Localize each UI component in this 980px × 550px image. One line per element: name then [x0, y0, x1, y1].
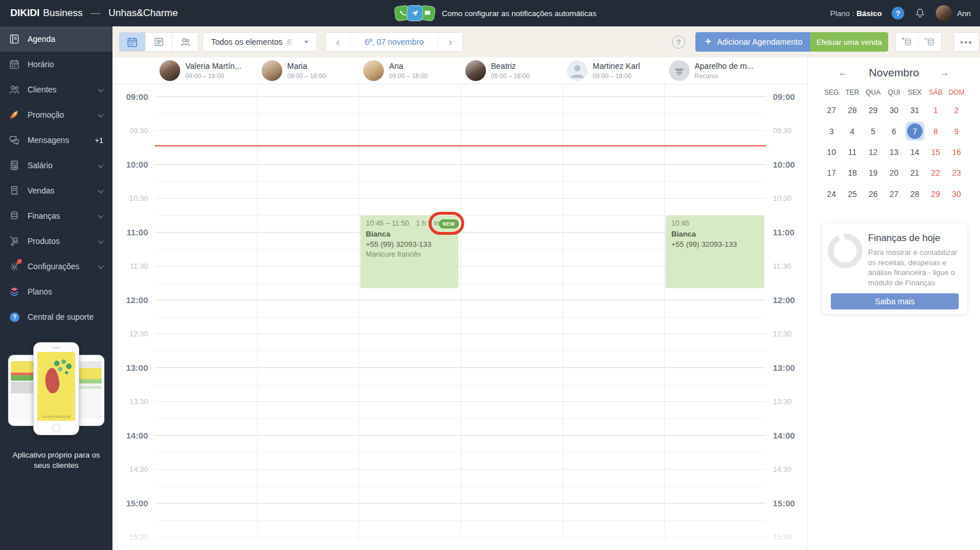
calendar-day-1[interactable]: 1 [925, 100, 946, 121]
time-label-left: 11:00 [112, 227, 148, 237]
time-label-right: 12:00 [773, 295, 795, 305]
calendar-week-row: 272829303112 [821, 100, 967, 121]
staff-avatar [567, 60, 588, 81]
calendar-day-5[interactable]: 5 [863, 121, 884, 141]
calendar-day-24[interactable]: 24 [821, 184, 842, 204]
current-date-button[interactable]: 6ª, 07 novembro [351, 33, 438, 51]
calendar-day-29[interactable]: 29 [925, 184, 946, 204]
service-name: Manicure francês [366, 250, 453, 258]
calendar-day-23[interactable]: 23 [946, 162, 967, 183]
time-label-right: 11:30 [773, 262, 791, 270]
sidebar-item-promocao[interactable]: Promoção [0, 102, 112, 127]
staff-column-header-ana[interactable]: Ana09:00 – 18:00 [359, 57, 461, 84]
time-label-right: 13:00 [773, 363, 795, 373]
prev-month-arrow-icon[interactable]: ← [838, 67, 848, 79]
prev-day-button[interactable]: ‹ [326, 33, 351, 51]
calendar-day-11[interactable]: 11 [842, 142, 862, 162]
sidebar-item-vendas[interactable]: Vendas [0, 178, 112, 203]
time-label-right: 09:00 [773, 92, 795, 102]
calendar-day-31[interactable]: 31 [904, 100, 925, 121]
next-day-button[interactable]: › [438, 33, 462, 51]
calendar-day-3[interactable]: 3 [821, 121, 842, 141]
time-label-right: 12:30 [773, 330, 792, 338]
calendar-day-12[interactable]: 12 [863, 142, 884, 162]
sidebar-item-salario[interactable]: Salário [0, 153, 112, 178]
calendar-day-16[interactable]: 16 [946, 142, 967, 162]
calendar-day-30[interactable]: 30 [884, 100, 904, 121]
list-view-button[interactable] [146, 33, 172, 51]
appointment-bianca-10:45[interactable]: 10:45Bianca+55 (99) 32093-133 [666, 215, 764, 289]
calendar-day-4[interactable]: 4 [842, 121, 862, 141]
agenda-help-icon[interactable]: ? [672, 36, 685, 49]
appointment-bianca-10:45[interactable]: 10:45 – 11:501 h 5 mBianca+55 (99) 32093… [360, 215, 459, 289]
calendar-day-28[interactable]: 28 [842, 100, 862, 121]
elements-filter-dropdown[interactable]: Todos os elementos 6 [203, 32, 317, 52]
plans-icon [8, 285, 21, 298]
sidebar-item-configuracoes[interactable]: Configurações [0, 254, 112, 279]
calendar-day-6[interactable]: 6 [884, 121, 904, 141]
sidebar-item-clientes[interactable]: Clientes [0, 77, 112, 102]
staff-column-header-beatriz[interactable]: Beatriz09:00 – 18:00 [461, 57, 563, 84]
time-label-left: 12:00 [112, 295, 148, 305]
schedule-grid[interactable]: 09:0009:0009:3009:3010:0010:0010:3010:30… [112, 84, 807, 550]
calendar-day-26[interactable]: 26 [863, 184, 884, 204]
next-month-arrow-icon[interactable]: → [940, 67, 950, 79]
calendar-day-30[interactable]: 30 [946, 184, 967, 204]
sidebar-item-financas[interactable]: Finanças [0, 203, 112, 228]
sidebar-item-horario[interactable]: Horário [0, 52, 112, 77]
sidebar-item-produtos[interactable]: Produtos [0, 228, 112, 254]
notification-banner-link[interactable]: Como configurar as notificações automáti… [395, 0, 596, 26]
right-panel: ← Novembro → SEGTERQUAQUISEXSÁBDOM 27282… [807, 57, 980, 550]
user-name: Ann [957, 9, 971, 18]
calendar-view-button[interactable] [119, 33, 146, 51]
calendar-day-2[interactable]: 2 [946, 100, 967, 121]
add-income-button[interactable]: + [896, 33, 919, 51]
calendar-day-22[interactable]: 22 [925, 162, 946, 183]
help-icon[interactable]: ? [892, 7, 904, 20]
calendar-day-14[interactable]: 14 [904, 142, 925, 162]
staff-column-header-valeria-martin[interactable]: Valeria Martín...09:00 – 18:00 [155, 57, 257, 84]
calendar-day-7[interactable]: 7 [904, 121, 925, 141]
make-sale-button[interactable]: Efetuar uma venda [810, 32, 888, 52]
staff-column-header-martinez-karl[interactable]: Martinez Karl09:00 – 18:00 [562, 57, 664, 84]
mini-calendar: ← Novembro → SEGTERQUAQUISEXSÁBDOM 27282… [821, 62, 967, 204]
calendar-day-17[interactable]: 17 [821, 162, 842, 183]
sidebar-item-central-de-suporte[interactable]: ?Central de suporte [0, 304, 112, 330]
calendar-day-15[interactable]: 15 [925, 142, 946, 162]
calendar-day-27[interactable]: 27 [821, 100, 842, 121]
sidebar-item-planos[interactable]: Planos [0, 279, 112, 304]
staff-column-header-maria[interactable]: Maria09:00 – 18:00 [257, 57, 359, 84]
toolbar: Todos os elementos 6 ‹ 6ª, 07 novembro ›… [112, 26, 980, 57]
staff-column-header-aparelho-de-m[interactable]: Aparelho de m...Recurso [664, 57, 767, 84]
calendar-day-20[interactable]: 20 [884, 162, 904, 183]
learn-more-button[interactable]: Saiba mais [831, 293, 959, 309]
calendar-day-9[interactable]: 9 [946, 121, 967, 141]
add-appointment-button[interactable]: + Adicionar Agendamento [695, 32, 812, 52]
user-menu[interactable]: Ann [936, 5, 971, 21]
add-expense-button[interactable]: − [919, 33, 941, 51]
calendar-day-19[interactable]: 19 [863, 162, 884, 183]
company-name: Unhas&Charme [108, 7, 178, 19]
staff-view-button[interactable] [172, 33, 198, 51]
calendar-day-10[interactable]: 10 [821, 142, 842, 162]
sidebar-item-label: Finanças [28, 211, 60, 220]
calendar-day-27[interactable]: 27 [884, 184, 904, 204]
calendar-day-28[interactable]: 28 [904, 184, 925, 204]
calendar-day-21[interactable]: 21 [904, 162, 925, 183]
staff-avatar [669, 60, 690, 81]
column-divider [257, 57, 258, 550]
date-navigator: ‹ 6ª, 07 novembro › [325, 32, 463, 52]
calendar-day-8[interactable]: 8 [925, 121, 946, 141]
calendar-day-25[interactable]: 25 [842, 184, 862, 204]
time-label-right: 15:00 [773, 498, 795, 508]
appointment-time: 10:45 [671, 219, 759, 227]
app-promo[interactable]: САЛОН КРАСОТЫ Aplicativo próprio para os… [0, 341, 112, 470]
calendar-day-29[interactable]: 29 [863, 100, 884, 121]
notifications-bell-icon[interactable] [914, 7, 926, 20]
calendar-day-18[interactable]: 18 [842, 162, 862, 183]
sidebar-item-mensagens[interactable]: Mensagens+1 [0, 127, 112, 153]
calendar-day-13[interactable]: 13 [884, 142, 904, 162]
sidebar-item-label: Salário [28, 161, 53, 170]
more-actions-button[interactable]: ••• [954, 32, 979, 52]
sidebar-item-agenda[interactable]: Agenda [0, 26, 112, 52]
